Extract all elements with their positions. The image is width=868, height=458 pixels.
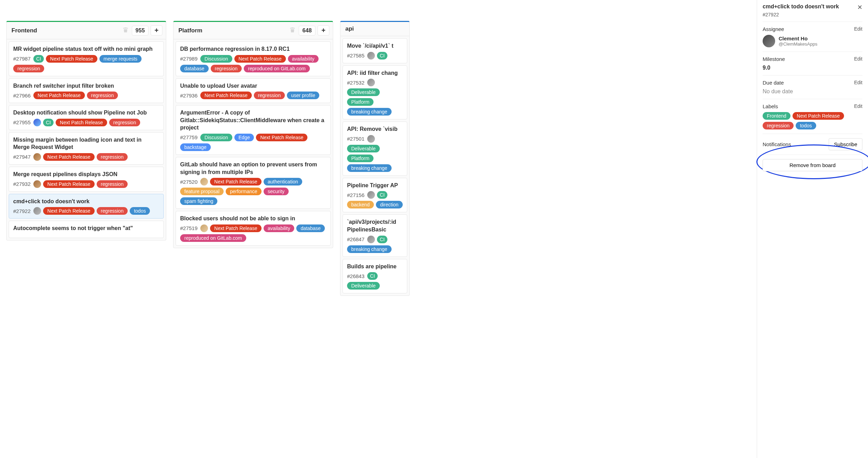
issue-label[interactable]: backend (347, 201, 374, 208)
issue-label[interactable]: regression (211, 65, 242, 72)
issue-label[interactable]: Next Patch Release (43, 180, 95, 188)
issue-label[interactable]: Next Patch Release (43, 153, 95, 161)
add-card-button[interactable]: + (151, 25, 162, 35)
card-title: Missing margin between loading icon and … (13, 136, 159, 151)
issue-label[interactable]: authentication (264, 178, 302, 185)
issue-label[interactable]: Discussion (200, 55, 232, 63)
column-title: api (344, 25, 406, 32)
card-list: MR widget pipeline status text off with … (7, 39, 166, 240)
issue-label[interactable]: CI (367, 272, 378, 280)
issue-label[interactable]: regression (97, 207, 128, 215)
issue-label[interactable]: Next Patch Release (33, 92, 85, 99)
issue-card[interactable]: Pipeline Trigger AP#27156CIbackenddirect… (343, 178, 407, 213)
column-title: Frontend (10, 27, 123, 34)
card-id: #27501 (347, 136, 364, 142)
issue-label[interactable]: regression (97, 180, 128, 188)
issue-label[interactable]: Deliverable (347, 145, 380, 152)
edit-milestone-button[interactable]: Edit (854, 56, 862, 62)
column-title: Platform (177, 27, 290, 34)
add-card-button[interactable]: + (318, 25, 329, 35)
card-meta: #27519Next Patch Releaseavailabilitydata… (180, 224, 326, 242)
card-meta: #27936Next Patch Releaseregressionuser p… (180, 92, 326, 99)
issue-label[interactable]: Edge (234, 134, 254, 141)
issue-card[interactable]: MR widget pipeline status text off with … (9, 41, 164, 76)
issue-card[interactable]: API: iid filter chang#27532DeliverablePl… (343, 65, 407, 120)
issue-card[interactable]: Missing margin between loading icon and … (9, 132, 164, 165)
issue-label[interactable]: Next Patch Release (210, 224, 262, 232)
issue-label[interactable]: reproduced on GitLab.com (180, 234, 246, 242)
issue-label[interactable]: performance (226, 188, 262, 195)
issue-label[interactable]: feature proposal (180, 188, 224, 195)
issue-card[interactable]: cmd+click todo doesn't work#27922Next Pa… (9, 194, 164, 219)
issue-label[interactable]: security (264, 188, 289, 195)
issue-card[interactable]: API: Remove `visib#27501DeliverablePlatf… (343, 121, 407, 176)
issue-label[interactable]: availability (288, 55, 319, 63)
issue-label[interactable]: Frontend (763, 112, 790, 120)
issue-label[interactable]: Deliverable (347, 88, 380, 96)
issue-label[interactable]: Platform (347, 98, 373, 106)
issue-label[interactable]: breaking change (347, 164, 392, 172)
issue-label[interactable]: direction (376, 201, 403, 208)
subscribe-button[interactable]: Subscribe (829, 138, 862, 150)
issue-label[interactable]: breaking change (347, 245, 392, 253)
issue-label[interactable]: breaking change (347, 108, 392, 116)
issue-card[interactable]: ArgumentError - A copy of Gitlab::Sideki… (176, 105, 331, 155)
edit-labels-button[interactable]: Edit (854, 103, 862, 109)
issue-label[interactable]: todos (130, 207, 150, 215)
issue-card[interactable]: Merge request pipelines displays JSON#27… (9, 167, 164, 192)
card-title: cmd+click todo doesn't work (13, 198, 159, 205)
issue-label[interactable]: Next Patch Release (56, 119, 107, 126)
notifications-label: Notifications (763, 141, 791, 147)
issue-label[interactable]: regression (87, 92, 118, 99)
issue-label[interactable]: merge requests (99, 55, 142, 63)
trash-icon[interactable] (290, 27, 295, 34)
issue-label[interactable]: availability (264, 224, 295, 232)
issue-card[interactable]: Branch ref switcher input filter broken#… (9, 78, 164, 103)
issue-card[interactable]: GitLab should have an option to prevent … (176, 157, 331, 209)
issue-label[interactable]: Platform (347, 155, 373, 162)
edit-duedate-button[interactable]: Edit (854, 80, 862, 86)
issue-label[interactable]: reproduced on GitLab.com (244, 65, 310, 72)
card-id: #26843 (347, 273, 364, 279)
issue-label[interactable]: regression (109, 119, 140, 126)
issue-label[interactable]: CI (377, 236, 387, 243)
trash-icon[interactable] (123, 27, 128, 34)
issue-label[interactable]: CI (377, 191, 387, 199)
issue-label[interactable]: backstage (180, 143, 211, 151)
issue-label[interactable]: Next Patch Release (793, 112, 844, 120)
issue-label[interactable]: Discussion (200, 134, 232, 141)
issue-label[interactable]: Next Patch Release (256, 134, 307, 141)
issue-label[interactable]: Deliverable (347, 282, 380, 290)
issue-label[interactable]: todos (796, 122, 816, 129)
issue-card[interactable]: DB performance regression in 8.17.0 RC1#… (176, 41, 331, 76)
remove-from-board-button[interactable]: Remove from board (763, 159, 862, 171)
issue-card[interactable]: Autocomplete seems to not trigger when "… (9, 221, 164, 238)
close-icon[interactable]: ✕ (857, 3, 862, 11)
issue-label[interactable]: spam fighting (180, 197, 217, 205)
issue-card[interactable]: Unable to upload User avatar#27936Next P… (176, 78, 331, 103)
edit-assignee-button[interactable]: Edit (854, 26, 862, 32)
issue-card[interactable]: Move `/ci/api/v1` t#27585CI (343, 38, 407, 63)
issue-card[interactable]: Blocked users should not be able to sign… (176, 211, 331, 246)
issue-label[interactable]: regression (254, 92, 285, 99)
card-title: API: Remove `visib (347, 125, 403, 133)
issue-card[interactable]: Builds are pipeline#26843CIDeliverable (343, 259, 407, 294)
issue-label[interactable]: regression (13, 65, 44, 72)
issue-label[interactable]: CI (377, 52, 387, 60)
issue-label[interactable]: Next Patch Release (46, 55, 97, 63)
issue-label[interactable]: database (180, 65, 209, 72)
issue-label[interactable]: database (296, 224, 325, 232)
issue-label[interactable]: CI (43, 119, 54, 126)
issue-label[interactable]: regression (97, 153, 128, 161)
issue-label[interactable]: user profile (287, 92, 319, 99)
issue-card[interactable]: Desktop notification should show Pipelin… (9, 105, 164, 130)
issue-label[interactable]: Next Patch Release (200, 92, 252, 99)
card-id: #27156 (347, 192, 364, 198)
issue-label[interactable]: Next Patch Release (43, 207, 95, 215)
issue-label[interactable]: Next Patch Release (210, 178, 262, 185)
issue-label[interactable]: regression (763, 122, 794, 129)
issue-label[interactable]: CI (33, 55, 44, 63)
card-meta: #27520Next Patch Releaseauthenticationfe… (180, 178, 326, 205)
issue-label[interactable]: Next Patch Release (234, 55, 286, 63)
issue-card[interactable]: `api/v3/projects/:id PipelinesBasic#2684… (343, 214, 407, 256)
